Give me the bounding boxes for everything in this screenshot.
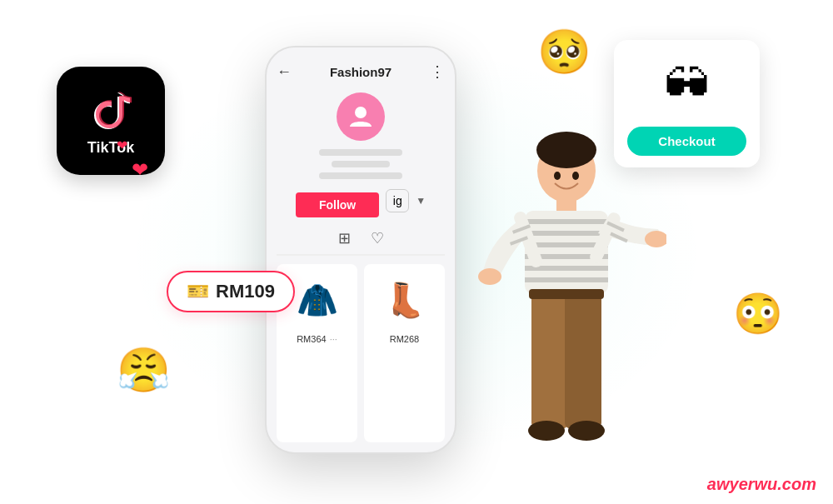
product-price-1: RM364 — [297, 334, 326, 344]
product-image-1: 🧥 — [288, 271, 347, 329]
instagram-icon[interactable]: ig — [386, 189, 409, 212]
menu-dots[interactable]: ⋮ — [430, 62, 445, 81]
svg-point-17 — [478, 268, 501, 285]
checkout-card: 🕶 Checkout — [614, 40, 760, 167]
back-button[interactable]: ← — [277, 63, 292, 81]
follow-button[interactable]: Follow — [296, 192, 379, 217]
svg-rect-5 — [525, 219, 608, 224]
dropdown-arrow[interactable]: ▼ — [416, 195, 426, 207]
sad-emoji: 🥺 — [537, 27, 591, 77]
profile-bio-placeholder — [319, 172, 402, 179]
svg-point-25 — [554, 172, 561, 180]
checkout-button[interactable]: Checkout — [627, 127, 746, 156]
surprised-emoji: 😳 — [733, 291, 783, 337]
scene: TikTok ← Fashion97 ⋮ Follo — [0, 0, 833, 504]
tiktok-logo: TikTok — [57, 67, 165, 175]
price-value: RM109 — [216, 281, 275, 302]
angry-emoji: 😤 — [117, 345, 171, 396]
svg-point-26 — [572, 172, 579, 180]
profile-avatar — [337, 92, 385, 141]
product-card-2[interactable]: 👢 RM268 — [364, 264, 445, 442]
profile-tabs: ⊞ ♡ — [277, 229, 445, 256]
phone-header: ← Fashion97 ⋮ — [277, 62, 445, 81]
sunglasses-image: 🕶 — [627, 52, 746, 118]
watermark: awyerwu.com — [707, 475, 816, 494]
svg-rect-6 — [525, 231, 608, 236]
product-grid: 🧥 RM364 ··· 👢 RM268 — [277, 264, 445, 442]
profile-name-placeholder — [319, 149, 402, 156]
follow-row: Follow ig ▼ — [296, 184, 426, 217]
user-icon — [347, 103, 374, 130]
phone-mockup: ← Fashion97 ⋮ Follow ig ▼ — [265, 46, 456, 454]
ticket-icon: 🎫 — [187, 281, 209, 302]
product-image-2: 👢 — [376, 271, 434, 329]
svg-rect-10 — [525, 277, 608, 282]
svg-point-0 — [355, 107, 367, 118]
product-price-2: RM268 — [390, 334, 419, 344]
profile-stats-placeholder — [332, 161, 390, 167]
tiktok-icon — [86, 86, 136, 136]
liked-tab-icon[interactable]: ♡ — [371, 229, 384, 247]
product-more-1[interactable]: ··· — [330, 334, 337, 344]
svg-rect-21 — [565, 292, 601, 429]
price-badge: 🎫 RM109 — [167, 271, 295, 312]
svg-point-23 — [528, 421, 565, 441]
svg-point-24 — [568, 421, 605, 441]
grid-tab-icon[interactable]: ⊞ — [338, 229, 351, 247]
svg-rect-20 — [531, 292, 568, 429]
heart-decoration-2: ❤ — [117, 137, 127, 153]
profile-username: Fashion97 — [330, 65, 392, 79]
svg-point-2 — [536, 132, 596, 168]
heart-decoration-1: ❤ — [132, 158, 148, 182]
svg-rect-22 — [529, 289, 604, 299]
